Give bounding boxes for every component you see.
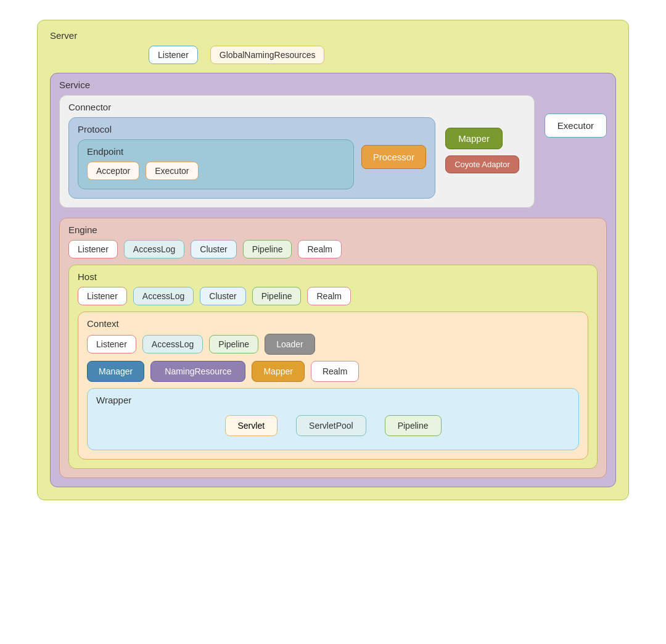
engine-listener-chip: Listener (68, 240, 118, 258)
ctx-naming-chip: NamingResource (150, 361, 245, 382)
context-label: Context (87, 318, 579, 329)
acceptor-chip: Acceptor (87, 162, 139, 180)
mapper-connector-chip: Mapper (445, 128, 503, 149)
processor-chip: Processor (361, 145, 427, 169)
host-accesslog-chip: AccessLog (133, 287, 194, 305)
server-top-row: Listener GlobalNamingResources (50, 46, 616, 64)
wrapper-pipeline-chip: Pipeline (385, 415, 442, 436)
connector-inner: Connector Protocol Endpoint (68, 102, 435, 199)
servlet-chip: Servlet (225, 415, 278, 436)
engine-realm-chip: Realm (298, 240, 341, 258)
ctx-listener-chip: Listener (87, 335, 136, 353)
global-naming-chip: GlobalNamingResources (210, 46, 325, 64)
host-realm-chip: Realm (307, 287, 350, 305)
host-cluster-chip: Cluster (200, 287, 245, 305)
service-content: Connector Protocol Endpoint (59, 95, 607, 218)
context-row1: Listener AccessLog Pipeline Loader (87, 334, 579, 355)
wrapper-box: Wrapper Servlet ServletPool Pipeline (87, 388, 579, 450)
host-chips-row: Listener AccessLog Cluster Pipeline Real… (78, 287, 588, 305)
executor-outside: Executor (545, 95, 607, 138)
server-label: Server (50, 30, 616, 41)
ctx-mapper-chip: Mapper (252, 361, 304, 382)
connector-box: Connector Protocol Endpoint (59, 95, 535, 208)
engine-cluster-chip: Cluster (191, 240, 236, 258)
host-box: Host Listener AccessLog Cluster Pipeline… (68, 265, 598, 469)
endpoint-box: Endpoint Acceptor Executor (78, 139, 354, 189)
engine-pipeline-chip: Pipeline (243, 240, 292, 258)
protocol-box: Protocol Endpoint Acceptor Executor (68, 117, 435, 199)
ctx-pipeline-chip: Pipeline (209, 335, 258, 353)
engine-accesslog-chip: AccessLog (124, 240, 184, 258)
ctx-accesslog-chip: AccessLog (142, 335, 203, 353)
servletpool-chip: ServletPool (296, 415, 366, 436)
coyote-adaptor-chip: Coyote Adaptor (445, 155, 519, 173)
connector-right: Mapper Coyote Adaptor (445, 128, 525, 173)
ctx-realm-chip: Realm (311, 361, 359, 382)
ctx-loader-chip: Loader (265, 334, 315, 355)
server-box: Server Listener GlobalNamingResources Se… (37, 20, 629, 500)
host-listener-chip: Listener (78, 287, 127, 305)
service-label: Service (59, 80, 607, 90)
host-label: Host (78, 271, 588, 282)
engine-chips-row: Listener AccessLog Cluster Pipeline Real… (68, 240, 598, 258)
endpoint-chips-row: Acceptor Executor (87, 162, 345, 180)
ctx-manager-chip: Manager (87, 361, 144, 382)
executor-outside-chip: Executor (545, 114, 607, 138)
server-listener-chip: Listener (149, 46, 198, 64)
protocol-label: Protocol (78, 124, 354, 134)
diagram: Server Listener GlobalNamingResources Se… (37, 20, 629, 624)
connector-label: Connector (68, 102, 435, 112)
host-pipeline-chip: Pipeline (252, 287, 302, 305)
connector-wrapper: Connector Protocol Endpoint (59, 95, 535, 218)
wrapper-chips-row: Servlet ServletPool Pipeline (96, 410, 570, 441)
service-box: Service Connector Protocol (50, 73, 616, 487)
endpoint-executor-chip: Executor (146, 162, 198, 180)
context-box: Context Listener AccessLog Pipeline Load… (78, 312, 588, 460)
engine-box: Engine Listener AccessLog Cluster Pipeli… (59, 218, 607, 478)
wrapper-label: Wrapper (96, 395, 570, 405)
engine-label: Engine (68, 225, 598, 235)
context-row2: Manager NamingResource Mapper Realm (87, 361, 579, 382)
endpoint-label: Endpoint (87, 146, 345, 157)
